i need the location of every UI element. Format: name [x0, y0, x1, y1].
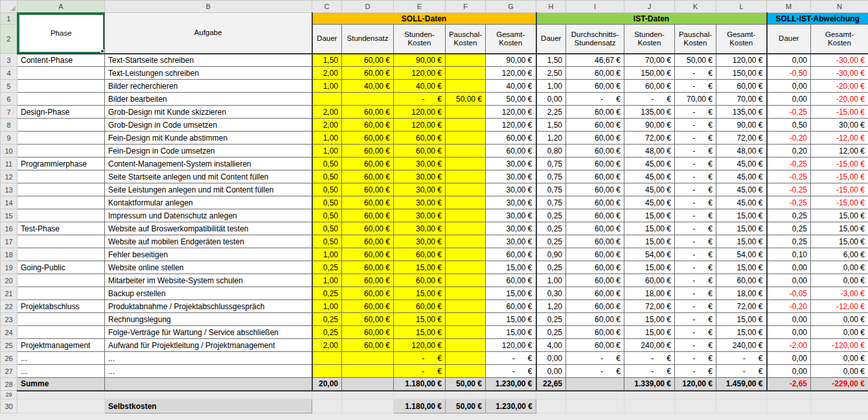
cell-D21[interactable]: 60,00 € — [342, 287, 394, 300]
row-header-8[interactable]: 8 — [1, 119, 17, 132]
cell-E3[interactable]: 90,00 € — [394, 54, 446, 67]
cell-I28[interactable] — [566, 378, 624, 391]
cell-A29[interactable] — [17, 391, 105, 399]
cell-K5[interactable]: - € — [675, 80, 716, 93]
cell-N5[interactable]: -20,00 € — [811, 80, 868, 93]
cell-L3[interactable]: 120,00 € — [716, 54, 767, 67]
cell-I18[interactable]: 60,00 € — [566, 248, 624, 261]
cell-M16[interactable]: 0,25 — [767, 222, 811, 235]
cell-I9[interactable]: 60,00 € — [566, 132, 624, 145]
cell-H20[interactable]: 1,00 — [536, 274, 566, 287]
cell-M29[interactable] — [767, 391, 811, 399]
cell-K20[interactable]: - € — [675, 274, 716, 287]
cell-G21[interactable]: 15,00 € — [486, 287, 536, 300]
cell-I23[interactable]: 60,00 € — [566, 313, 624, 326]
cell-F6[interactable]: 50,00 € — [446, 93, 486, 106]
cell-E26[interactable]: - € — [394, 352, 446, 365]
cell-C17[interactable]: 0,50 — [312, 235, 342, 248]
cell-F10[interactable] — [446, 145, 486, 158]
cell-E24[interactable]: 15,00 € — [394, 326, 446, 339]
cell-J7[interactable]: 135,00 € — [624, 106, 675, 119]
cell-G28[interactable]: 1.230,00 € — [486, 378, 536, 391]
column-header-C[interactable]: C — [312, 1, 342, 13]
cell-G14[interactable]: 30,00 € — [486, 196, 536, 209]
cell-K8[interactable]: - € — [675, 119, 716, 132]
cell-C25[interactable]: 2,00 — [312, 339, 342, 352]
cell-G5[interactable]: 40,00 € — [486, 80, 536, 93]
cell-F13[interactable] — [446, 183, 486, 196]
cell-I19[interactable]: 60,00 € — [566, 261, 624, 274]
cell-E29[interactable] — [394, 391, 446, 399]
cell-A3[interactable]: Content-Phase — [17, 54, 105, 67]
cell-K4[interactable]: - € — [675, 67, 716, 80]
cell-C18[interactable]: 1,00 — [312, 248, 342, 261]
cell-D12[interactable]: 60,00 € — [342, 170, 394, 183]
row-header-9[interactable]: 9 — [1, 132, 17, 145]
cell-L12[interactable]: 45,00 € — [716, 170, 767, 183]
cell-I25[interactable]: 60,00 € — [566, 339, 624, 352]
cell-G20[interactable]: 60,00 € — [486, 274, 536, 287]
cell-G10[interactable]: 60,00 € — [486, 145, 536, 158]
cell-J3[interactable]: 70,00 € — [624, 54, 675, 67]
cell-B4[interactable]: Text-Leistungen schreiben — [105, 67, 312, 80]
cell-K14[interactable]: - € — [675, 196, 716, 209]
cell-E28[interactable]: 1.180,00 € — [394, 378, 446, 391]
cell-C5[interactable]: 1,00 — [312, 80, 342, 93]
cell-I5[interactable]: 60,00 € — [566, 80, 624, 93]
row-header-5[interactable]: 5 — [1, 80, 17, 93]
cell-I27[interactable]: - € — [566, 365, 624, 378]
cell-K18[interactable]: - € — [675, 248, 716, 261]
cell-J19[interactable]: 15,00 € — [624, 261, 675, 274]
cell-D13[interactable]: 60,00 € — [342, 183, 394, 196]
cell-B18[interactable]: Fehler beseitigen — [105, 248, 312, 261]
cell-C28[interactable]: 20,00 — [312, 378, 342, 391]
cell-E4[interactable]: 120,00 € — [394, 67, 446, 80]
cell-J16[interactable]: 15,00 € — [624, 222, 675, 235]
cell-I24[interactable]: 60,00 € — [566, 326, 624, 339]
cell-B7[interactable]: Grob-Design mit Kunde skizzieren — [105, 106, 312, 119]
cell-A8[interactable] — [17, 119, 105, 132]
cell-H3[interactable]: 1,50 — [536, 54, 566, 67]
cell-K21[interactable]: - € — [675, 287, 716, 300]
cell-E30[interactable]: 1.180,00 € — [394, 399, 446, 414]
cell-D29[interactable] — [342, 391, 394, 399]
cell-D24[interactable]: 60,00 € — [342, 326, 394, 339]
cell-F16[interactable] — [446, 222, 486, 235]
row-header-13[interactable]: 13 — [1, 183, 17, 196]
cell-M9[interactable]: -0,20 — [767, 132, 811, 145]
cell-J2-header[interactable]: Stunden- Kosten — [624, 25, 675, 54]
row-header-28[interactable]: 28 — [1, 378, 17, 391]
cell-J13[interactable]: 45,00 € — [624, 183, 675, 196]
cell-G27[interactable]: - € — [486, 365, 536, 378]
cell-B3[interactable]: Text-Startseite schreiben — [105, 54, 312, 67]
cell-M12[interactable]: -0,25 — [767, 170, 811, 183]
cell-I20[interactable]: 60,00 € — [566, 274, 624, 287]
cell-I7[interactable]: 60,00 € — [566, 106, 624, 119]
cell-E21[interactable]: 15,00 € — [394, 287, 446, 300]
cell-I11[interactable]: 60,00 € — [566, 158, 624, 170]
cell-J29[interactable] — [624, 391, 675, 399]
cell-A12[interactable] — [17, 170, 105, 183]
cell-C4[interactable]: 2,00 — [312, 67, 342, 80]
cell-H11[interactable]: 0,75 — [536, 158, 566, 170]
cell-E12[interactable]: 30,00 € — [394, 170, 446, 183]
cell-K10[interactable]: - € — [675, 145, 716, 158]
cell-N7[interactable]: -15,00 € — [811, 106, 868, 119]
cell-N26[interactable]: 0,00 € — [811, 352, 868, 365]
cell-B11[interactable]: Content-Management-System installieren — [105, 158, 312, 170]
cell-N22[interactable]: -12,00 € — [811, 300, 868, 313]
cell-F4[interactable] — [446, 67, 486, 80]
cell-K23[interactable]: - € — [675, 313, 716, 326]
cell-F17[interactable] — [446, 235, 486, 248]
cell-M6[interactable]: 0,00 — [767, 93, 811, 106]
row-header-1[interactable]: 1 — [1, 13, 17, 25]
cell-K30[interactable] — [675, 399, 716, 414]
cell-C30[interactable] — [312, 399, 342, 414]
row-header-27[interactable]: 27 — [1, 365, 17, 378]
column-header-A[interactable]: A — [17, 1, 105, 13]
cell-A13[interactable] — [17, 183, 105, 196]
cell-A20[interactable] — [17, 274, 105, 287]
cell-A5[interactable] — [17, 80, 105, 93]
cell-E23[interactable]: 15,00 € — [394, 313, 446, 326]
cell-L24[interactable]: 15,00 € — [716, 326, 767, 339]
